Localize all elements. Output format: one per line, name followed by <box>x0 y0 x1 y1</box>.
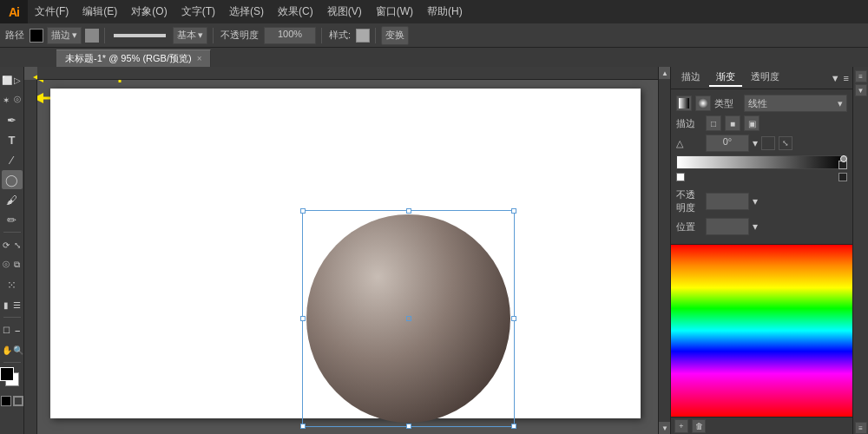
toolbar-separator-4 <box>375 28 376 43</box>
handle-top-right[interactable] <box>511 208 516 214</box>
stroke-indicator[interactable] <box>13 396 23 406</box>
blend-tool[interactable]: ⧉ <box>12 255 23 274</box>
tab-bar: 未标题-1* @ 95% (RGB/预览) × <box>0 48 868 67</box>
bar-graph-tool[interactable]: ☰ <box>12 295 23 314</box>
fill-indicator[interactable] <box>1 396 11 406</box>
panel-menu-button[interactable]: ≡ <box>844 73 849 83</box>
ellipse-selection-box <box>302 210 515 427</box>
opacity-input[interactable]: 100% <box>264 27 316 44</box>
warp-tool[interactable]: ⦾ <box>2 255 12 274</box>
right-strip-layers[interactable]: ≡ <box>855 422 867 434</box>
handle-mid-right[interactable] <box>511 316 516 321</box>
toolbar-separator-3 <box>321 28 322 43</box>
document-tab[interactable]: 未标题-1* @ 95% (RGB/预览) × <box>56 49 211 67</box>
stroke-btn-2[interactable]: ■ <box>725 115 740 131</box>
stroke-btn-3[interactable]: ▣ <box>744 115 760 131</box>
gradient-swatch[interactable] <box>676 95 692 111</box>
gradient-stop-black[interactable] <box>838 173 847 181</box>
panel-bottom-bar: + 🗑 <box>671 417 852 434</box>
menu-effect[interactable]: 效果(C) <box>271 0 320 23</box>
menu-edit[interactable]: 编辑(E) <box>76 0 124 23</box>
tab-close-button[interactable]: × <box>197 54 202 63</box>
center-handle[interactable] <box>406 316 411 321</box>
paintbrush-tool[interactable]: 🖌 <box>2 190 23 209</box>
gradient-stops-row <box>676 173 847 181</box>
position-input[interactable] <box>706 218 749 235</box>
panel-tab-stroke[interactable]: 描边 <box>674 69 707 87</box>
menu-select[interactable]: 选择(S) <box>222 0 271 23</box>
hand-tool[interactable]: ✋ <box>2 340 12 359</box>
horizontal-ruler <box>37 67 658 80</box>
angle-input[interactable]: 0° <box>706 135 749 152</box>
main-layout: ⬜ ▷ ✶ ⦾ ✒ T ∕ ◯ 🖌 ✏ ⟳ ⤡ ⦾ ⧉ ⁙ ▮ ☰ ☐ ‒ <box>0 67 868 434</box>
warp-tools: ⦾ ⧉ <box>2 255 23 274</box>
selection-tool[interactable]: ⬜ <box>2 70 12 89</box>
magic-wand-tool[interactable]: ✶ <box>2 90 12 109</box>
lasso-tool[interactable]: ⦾ <box>12 90 23 109</box>
toolbar: 路径 描边 ▾ 基本 ▾ 不透明度 100% 样式: 变换 <box>0 23 868 48</box>
pen-tool[interactable]: ✒ <box>2 110 23 129</box>
handle-top-left[interactable] <box>300 208 306 214</box>
scale-gradient-btn[interactable]: ⤡ <box>779 136 792 150</box>
scroll-up-button[interactable]: ▲ <box>659 67 671 79</box>
stroke-path-label: 路径 <box>3 29 26 42</box>
toolbar-transform[interactable]: 变换 <box>381 26 409 45</box>
line-tool[interactable]: ∕ <box>2 150 23 169</box>
ellipse-tool[interactable]: ◯ <box>2 170 23 189</box>
color-spectrum[interactable] <box>671 245 852 417</box>
scroll-track[interactable] <box>659 79 670 422</box>
handle-bot-left[interactable] <box>300 424 306 429</box>
rotate-tool[interactable]: ⟳ <box>2 235 12 254</box>
right-strip-btn2[interactable]: ▼ <box>855 84 867 96</box>
gradient-bar[interactable] <box>676 155 847 169</box>
menu-help[interactable]: 帮助(H) <box>420 0 470 23</box>
gradient-radial-swatch[interactable] <box>695 95 711 111</box>
symbol-sprayer-tool[interactable]: ⁙ <box>2 275 23 294</box>
gradient-control-right[interactable] <box>840 155 847 162</box>
gradient-stop-white[interactable] <box>676 173 685 181</box>
handle-mid-left[interactable] <box>300 316 306 321</box>
right-strip: ≡ ▼ ≡ <box>852 67 868 434</box>
ruler-tool[interactable]: ‒ <box>12 320 23 339</box>
menu-view[interactable]: 视图(V) <box>320 0 369 23</box>
opacity-label: 不透明度 <box>219 29 260 42</box>
new-gradient-btn[interactable]: + <box>674 419 688 433</box>
color-foreground[interactable] <box>0 367 14 381</box>
stroke-btn-1[interactable]: □ <box>706 115 721 131</box>
angle-label: △ <box>676 138 702 149</box>
type-select[interactable]: 线性 ▾ <box>744 95 847 112</box>
toolbar-basic-dropdown[interactable]: 基本 ▾ <box>173 27 207 44</box>
direct-selection-tool[interactable]: ▷ <box>13 70 23 89</box>
panel-tab-transparency[interactable]: 透明度 <box>744 69 786 87</box>
gradient-stroke-row: 描边 □ ■ ▣ <box>676 115 847 131</box>
scroll-down-button[interactable]: ▼ <box>659 422 671 434</box>
reverse-gradient-btn[interactable] <box>761 136 775 150</box>
zoom-tool[interactable]: 🔍 <box>13 340 23 359</box>
menu-text[interactable]: 文字(T) <box>174 0 222 23</box>
menu-object[interactable]: 对象(O) <box>124 0 174 23</box>
toolbar-color-stroke[interactable] <box>85 29 99 43</box>
document-canvas[interactable] <box>50 89 641 418</box>
right-strip-btn1[interactable]: ≡ <box>855 70 867 82</box>
column-graph-tool[interactable]: ▮ <box>2 295 12 314</box>
panel-collapse-button[interactable]: ▼ <box>831 73 840 83</box>
vertical-scrollbar[interactable]: ▲ ▼ <box>658 67 670 434</box>
graph-tools: ▮ ☰ <box>2 295 23 314</box>
pencil-tool[interactable]: ✏ <box>2 210 23 229</box>
toolbar-color-fg[interactable] <box>30 29 43 43</box>
delete-gradient-btn[interactable]: 🗑 <box>692 419 706 433</box>
toolbar-stroke-dropdown[interactable]: 描边 ▾ <box>47 27 82 44</box>
panel-tab-gradient[interactable]: 渐变 <box>709 69 742 87</box>
toolbar-style-box[interactable] <box>356 29 370 43</box>
tool-divider-1 <box>3 232 21 233</box>
vertical-ruler <box>24 80 37 434</box>
handle-bot-right[interactable] <box>511 424 516 429</box>
artboard-tool[interactable]: ☐ <box>2 320 12 339</box>
handle-bot-mid[interactable] <box>406 424 411 429</box>
opacity-panel-input[interactable] <box>706 193 749 210</box>
menu-file[interactable]: 文件(F) <box>28 0 76 23</box>
handle-top-mid[interactable] <box>406 208 411 214</box>
scale-tool[interactable]: ⤡ <box>12 235 23 254</box>
type-tool[interactable]: T <box>2 130 23 149</box>
menu-window[interactable]: 窗口(W) <box>369 0 420 23</box>
